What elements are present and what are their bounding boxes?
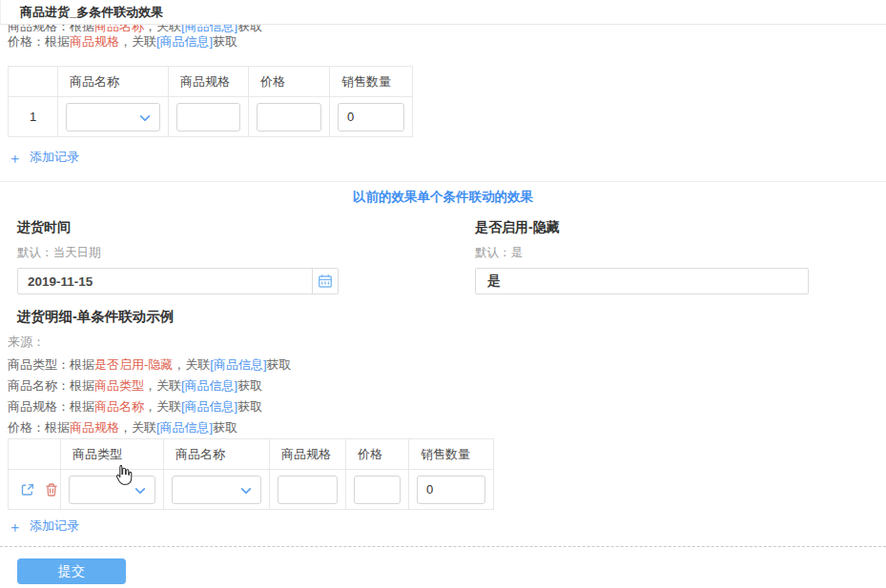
section-divider-banner: 以前的效果单个条件联动的效果 (0, 181, 886, 206)
price-input[interactable] (354, 476, 401, 504)
hint-line: 商品规格：根据商品名称，关联[商品信息]获取 (8, 396, 886, 417)
multi-condition-items-table: 商品名称 商品规格 价格 销售数量 1 (8, 66, 413, 137)
hint-segment: 商品规格 (70, 420, 119, 435)
hint-line: 价格：根据商品规格，关联[商品信息]获取 (8, 417, 886, 438)
hint-segment: 价格：根据 (8, 420, 70, 435)
hint-segment: 价格：根据 (8, 34, 70, 49)
column-header-sales-qty: 销售数量 (330, 67, 413, 97)
plus-icon: ＋ (8, 151, 22, 165)
hint-segment: 获取 (267, 357, 292, 372)
product-spec-input[interactable] (278, 476, 338, 504)
hint-segment: [商品信息] (156, 420, 213, 435)
hint-segment: ，关联 (119, 34, 156, 49)
hint-segment: 获取 (213, 420, 237, 435)
hint-line: 价格：根据商品规格，关联[商品信息]获取 (8, 34, 886, 50)
form-body: 商品规格：根据商品名称，关联[商品信息]获取 价格：根据商品规格，关联[商品信息… (0, 25, 886, 584)
hint-segment: [商品信息] (181, 25, 237, 33)
sales-quantity-input[interactable] (417, 476, 485, 504)
table-row (9, 470, 494, 510)
add-record-label: 添加记录 (30, 517, 79, 535)
column-header-product-name: 商品名称 (164, 439, 270, 470)
hint-segment: ，关联 (144, 378, 181, 393)
enabled-hidden-label: 是否启用-隐藏 (475, 219, 809, 236)
hint-segment: [商品信息] (181, 378, 237, 393)
add-record-link[interactable]: ＋ 添加记录 (8, 149, 79, 166)
hint-segment: 获取 (237, 378, 262, 393)
hint-segment: 获取 (213, 34, 237, 49)
column-header-product-name: 商品名称 (58, 67, 169, 97)
column-header-product-spec: 商品规格 (169, 67, 249, 97)
submit-button[interactable]: 提交 (17, 558, 126, 584)
hint-segment: 商品规格 (70, 34, 119, 49)
form-fields-row: 进货时间 默认：当天日期 是否启用-隐藏 (17, 219, 886, 294)
hint-line: 商品名称：根据商品类型，关联[商品信息]获取 (8, 375, 886, 396)
purchase-time-input-group (17, 268, 339, 294)
purchase-time-default-hint: 默认：当天日期 (17, 245, 339, 261)
open-record-icon[interactable] (20, 482, 35, 497)
delete-row-icon[interactable] (44, 482, 59, 497)
page-title: 商品进货_多条件联动效果 (20, 4, 163, 21)
product-type-select[interactable] (69, 476, 155, 504)
hint-segment: 获取 (237, 399, 262, 414)
hint-segment: 商品规格：根据 (8, 25, 94, 33)
hint-segment: ，关联 (173, 357, 210, 372)
hint-segment: 商品类型 (94, 378, 144, 393)
enabled-hidden-default-hint: 默认：是 (475, 245, 809, 261)
hint-segment: ，关联 (144, 25, 181, 33)
column-header-sales-qty: 销售数量 (409, 439, 494, 470)
hint-segment: 商品名称 (94, 25, 144, 33)
hint-line: 商品类型：根据是否启用-隐藏，关联[商品信息]获取 (8, 355, 886, 375)
table-header-row: 商品名称 商品规格 价格 销售数量 (9, 67, 413, 97)
source-label: 来源： (8, 334, 886, 351)
window-titlebar: 商品进货_多条件联动效果 (0, 0, 886, 25)
hint-segment: ，关联 (144, 399, 181, 414)
hint-segment: 商品名称：根据 (8, 378, 94, 393)
hint-segment: 是否启用-隐藏 (94, 357, 173, 372)
table-header-row: 商品类型 商品名称 商品规格 价格 销售数量 (9, 439, 494, 470)
add-record-label: 添加记录 (30, 149, 79, 166)
chevron-down-icon (240, 483, 251, 494)
price-input[interactable] (257, 103, 321, 132)
hint-segment: ，关联 (119, 420, 156, 435)
hint-segment: 商品名称 (94, 399, 144, 414)
hint-segment: [商品信息] (181, 399, 237, 414)
single-condition-items-table: 商品类型 商品名称 商品规格 价格 销售数量 (8, 438, 494, 510)
hint-segment: [商品信息] (156, 34, 213, 49)
enabled-hidden-field: 是否启用-隐藏 默认：是 (475, 219, 809, 294)
enabled-hidden-input[interactable] (475, 268, 809, 294)
hint-line: 商品规格：根据商品名称，关联[商品信息]获取 (8, 25, 886, 34)
dashed-divider (0, 546, 886, 547)
calendar-icon[interactable] (312, 268, 339, 294)
add-record-link[interactable]: ＋ 添加记录 (8, 517, 79, 535)
product-spec-input[interactable] (176, 103, 240, 132)
purchase-time-input[interactable] (17, 268, 313, 294)
hint-segment: 商品类型：根据 (8, 357, 94, 372)
chevron-down-icon (139, 111, 150, 121)
linkage-hints-top: 商品规格：根据商品名称，关联[商品信息]获取 价格：根据商品规格，关联[商品信息… (8, 25, 886, 56)
column-header-actions (9, 439, 61, 470)
banner-title: 以前的效果单个条件联动的效果 (0, 189, 886, 206)
product-name-select[interactable] (66, 103, 160, 132)
column-header-product-type: 商品类型 (61, 439, 164, 470)
row-index-cell: 1 (9, 97, 58, 137)
hint-segment: 获取 (237, 25, 262, 33)
purchase-time-field: 进货时间 默认：当天日期 (17, 219, 339, 294)
column-header-price: 价格 (249, 67, 330, 97)
product-name-select[interactable] (172, 476, 261, 504)
detail-section-title: 进货明细-单条件联动示例 (17, 308, 886, 326)
hint-segment: [商品信息] (210, 357, 266, 372)
hint-segment: 商品规格：根据 (8, 399, 94, 414)
linkage-hints-detail: 商品类型：根据是否启用-隐藏，关联[商品信息]获取 商品名称：根据商品类型，关联… (8, 355, 886, 438)
table-row: 1 (9, 97, 413, 137)
column-header-price: 价格 (346, 439, 409, 470)
column-header-index (9, 67, 58, 97)
purchase-time-label: 进货时间 (17, 219, 339, 236)
column-header-product-spec: 商品规格 (270, 439, 346, 470)
chevron-down-icon (134, 483, 145, 494)
plus-icon: ＋ (8, 519, 22, 534)
sales-quantity-input[interactable] (338, 103, 404, 132)
